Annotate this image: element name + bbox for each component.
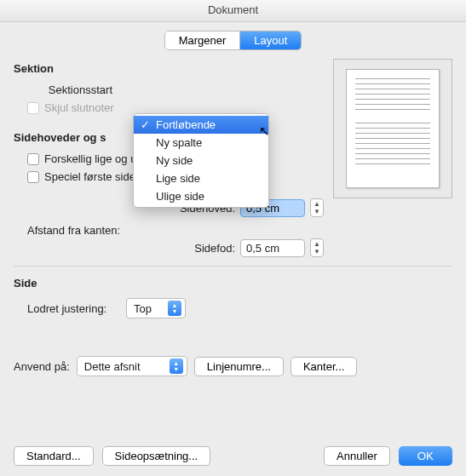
- default-button[interactable]: Standard...: [14, 446, 94, 466]
- valign-label: Lodret justering:: [27, 302, 121, 315]
- apply-to-value: Dette afsnit: [84, 360, 141, 373]
- dropdown-item-continuous[interactable]: Fortløbende: [134, 116, 268, 134]
- header-distance-stepper[interactable]: ▲▼: [310, 198, 324, 217]
- tab-layout[interactable]: Layout: [239, 32, 301, 49]
- apply-to-label: Anvend på:: [14, 360, 70, 373]
- valign-value: Top: [134, 302, 152, 315]
- page-setup-button[interactable]: Sideopsætning...: [102, 446, 211, 466]
- checkbox-box: [27, 171, 39, 183]
- special-first-label: Speciel første side: [44, 170, 135, 183]
- tabs: Margener Layout: [14, 31, 452, 50]
- dialog-body: Margener Layout Sektion Sektionsstart Sk…: [0, 22, 466, 388]
- dropdown-item-new-column[interactable]: Ny spalte: [134, 134, 268, 152]
- dropdown-item-odd-page[interactable]: Ulige side: [134, 187, 268, 205]
- footer-distance-stepper[interactable]: ▲▼: [310, 238, 324, 257]
- distance-from-edge-label: Afstand fra kanten:: [27, 224, 140, 237]
- checkbox-box: [27, 153, 39, 165]
- borders-button[interactable]: Kanter...: [291, 357, 357, 376]
- section-heading: Sektion: [14, 62, 321, 75]
- chevron-updown-icon: ▲▼: [170, 358, 183, 374]
- valign-select[interactable]: Top ▲▼: [126, 298, 186, 318]
- hide-endnotes-label: Skjul slutnoter: [44, 101, 114, 114]
- tab-margins[interactable]: Margener: [165, 32, 240, 49]
- ok-button[interactable]: OK: [399, 446, 452, 466]
- footer-distance-label: Sidefod:: [14, 242, 235, 255]
- section-start-label: Sektionsstart: [27, 83, 112, 96]
- page-heading: Side: [14, 277, 452, 290]
- chevron-updown-icon: ▲▼: [168, 301, 181, 316]
- hide-endnotes-checkbox: Skjul slutnoter: [27, 101, 114, 114]
- checkbox-box: [27, 102, 39, 114]
- cancel-button[interactable]: Annuller: [324, 446, 390, 466]
- dropdown-item-even-page[interactable]: Lige side: [134, 169, 268, 187]
- dropdown-item-new-page[interactable]: Ny side: [134, 152, 268, 169]
- footer-distance-field[interactable]: 0,5 cm: [240, 239, 305, 257]
- line-numbers-button[interactable]: Linjenumre...: [194, 357, 284, 376]
- special-first-checkbox[interactable]: Speciel første side: [27, 170, 135, 183]
- separator: [14, 266, 452, 267]
- section-start-dropdown[interactable]: Fortløbende Ny spalte Ny side Lige side …: [133, 113, 269, 208]
- apply-to-select[interactable]: Dette afsnit ▲▼: [77, 356, 187, 376]
- bottom-button-row: Standard... Sideopsætning... Annuller OK: [14, 446, 452, 466]
- window-title: Dokument: [0, 0, 466, 22]
- page-preview: [333, 59, 452, 198]
